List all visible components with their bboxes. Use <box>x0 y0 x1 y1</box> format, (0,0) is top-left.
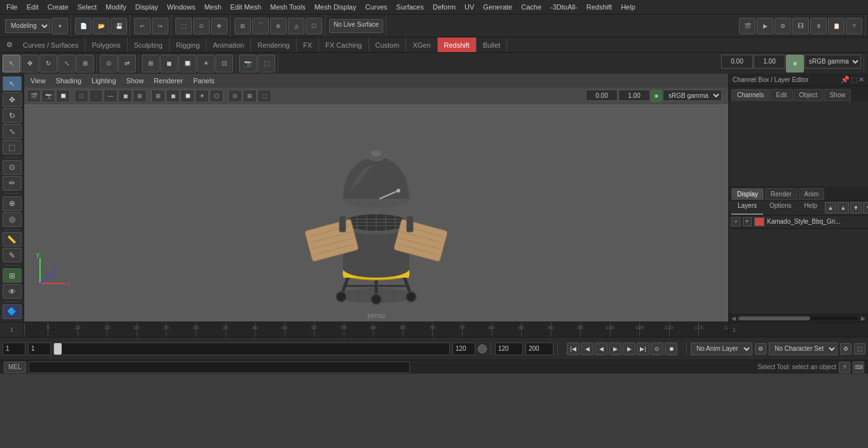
transport-record-btn[interactable]: ⏺ <box>665 343 677 355</box>
render-settings-btn[interactable]: ⚙ <box>775 18 791 34</box>
transport-stepback-btn[interactable]: ◀ <box>581 343 593 355</box>
viewport-view-menu[interactable]: View <box>28 76 48 85</box>
vp-cam3-btn[interactable]: 🔲 <box>56 90 70 102</box>
vp-wire-btn[interactable]: ⊞ <box>151 90 165 102</box>
menu-3dtoall[interactable]: -3DtoAll- <box>546 2 581 12</box>
mode-expand-btn[interactable]: ▾ <box>51 18 68 34</box>
panel-pin-btn[interactable]: 📌 <box>841 76 850 84</box>
render-log-btn[interactable]: 📋 <box>828 18 844 34</box>
vp-grid-btn[interactable]: ⊞ <box>243 90 257 102</box>
annotate-left-btn[interactable]: ✎ <box>3 248 22 262</box>
layer-arrow-up-btn[interactable]: ▲ <box>825 202 836 214</box>
scale-tool-left-btn[interactable]: ⤡ <box>3 124 22 139</box>
timeline-slider[interactable] <box>53 343 450 355</box>
menu-redshift[interactable]: Redshift <box>583 2 616 12</box>
range-end-field[interactable] <box>452 343 475 355</box>
fps-field[interactable] <box>526 343 553 355</box>
vp-uvsel-btn[interactable]: ⊞ <box>133 90 147 102</box>
layer-color-swatch[interactable] <box>754 217 764 226</box>
viewport-show-menu[interactable]: Show <box>124 76 147 85</box>
viewport[interactable]: View Shading Lighting Show Renderer Pane… <box>24 74 728 322</box>
vp-sel-obj-btn[interactable]: □ <box>74 90 88 102</box>
transport-start-btn[interactable]: |◀ <box>567 343 580 355</box>
vp-light-btn[interactable]: ☀ <box>195 90 209 102</box>
snap-surface-btn[interactable]: ⎔ <box>306 18 322 34</box>
scroll-thumb[interactable] <box>738 316 810 320</box>
menu-display[interactable]: Display <box>132 2 162 12</box>
tab-animation[interactable]: Animation <box>207 37 251 52</box>
vp-val2-field[interactable] <box>618 90 650 101</box>
panel-scrollbar[interactable]: ◀ ▶ <box>729 314 868 322</box>
xray-btn[interactable]: ⊡ <box>215 55 233 72</box>
anim-layer-select[interactable]: No Anim Layer <box>691 343 752 355</box>
coord-y-field[interactable] <box>754 55 785 69</box>
menu-uv[interactable]: UV <box>461 2 478 12</box>
menu-deform[interactable]: Deform <box>429 2 459 12</box>
mode-select[interactable]: Modeling <box>5 19 50 33</box>
vp-val1-field[interactable] <box>586 90 618 101</box>
select-tool-btn[interactable]: ⬚ <box>175 18 192 34</box>
obj-display-left-btn[interactable]: ⊞ <box>3 268 22 283</box>
select-tool-left-btn[interactable]: ↖ <box>3 76 22 91</box>
menu-create[interactable]: Create <box>44 2 72 12</box>
layer-arrow-down-btn[interactable]: ▲ <box>837 202 849 214</box>
render-help-btn[interactable]: ? <box>846 18 862 34</box>
menu-mesh[interactable]: Mesh <box>200 2 225 12</box>
command-input[interactable] <box>29 362 410 373</box>
vp-iso-btn[interactable]: ⊙ <box>228 90 242 102</box>
render-ipr-btn[interactable]: ▶ <box>757 18 773 34</box>
panel-anim-tab[interactable]: Anim <box>799 188 825 200</box>
panel-render-tab[interactable]: Render <box>765 188 797 200</box>
undo-btn[interactable]: ↩ <box>134 18 151 34</box>
current-frame-field[interactable] <box>28 343 51 355</box>
menu-edit[interactable]: Edit <box>23 2 43 12</box>
viewport-panels-menu[interactable]: Panels <box>191 76 217 85</box>
rotate-tool-left-btn[interactable]: ↻ <box>3 108 22 123</box>
vp-sel-edge-btn[interactable]: — <box>104 90 118 102</box>
scroll-track[interactable] <box>738 316 858 320</box>
vp-hud-btn[interactable]: ⬚ <box>257 90 271 102</box>
vp-cam-btn[interactable]: 🎬 <box>27 90 41 102</box>
status-keyboard-btn[interactable]: ⌨ <box>853 362 864 373</box>
snap-left-btn[interactable]: ⊕ <box>3 196 22 211</box>
shade-btn[interactable]: ◼ <box>160 55 178 72</box>
lasso-tool-left-btn[interactable]: ⊙ <box>3 160 22 175</box>
symmetry-btn[interactable]: ⇌ <box>118 55 136 72</box>
panel-tab-object[interactable]: Object <box>794 89 824 101</box>
tabs-gear-icon[interactable]: ⚙ <box>3 41 17 49</box>
panel-float-btn[interactable]: ⬚ <box>851 76 857 84</box>
transform-tool-left-btn[interactable]: ⬚ <box>3 140 22 154</box>
panel-tab-channels[interactable]: Channels <box>731 89 770 101</box>
scroll-left-arrow[interactable]: ◀ <box>730 315 737 322</box>
move-tool-left-btn[interactable]: ✥ <box>3 92 22 107</box>
transport-fwd-btn[interactable]: ▶ <box>623 343 635 355</box>
panel-tab-edit[interactable]: Edit <box>770 89 792 101</box>
vp-color-btn[interactable]: ■ <box>651 90 662 102</box>
color-swatch[interactable]: ■ <box>786 55 804 72</box>
scale-mode-btn[interactable]: ⤡ <box>58 55 76 72</box>
transport-stepfwd-btn[interactable]: ▶| <box>637 343 649 355</box>
viewport-lighting-menu[interactable]: Lighting <box>89 76 119 85</box>
viewport-renderer-menu[interactable]: Renderer <box>151 76 186 85</box>
light-btn[interactable]: ☀ <box>197 55 215 72</box>
snap-grid-btn[interactable]: ⊞ <box>234 18 251 34</box>
anim-layer-settings-btn[interactable]: ⚙ <box>755 343 766 355</box>
save-file-btn[interactable]: 💾 <box>111 18 127 34</box>
tab-polygons[interactable]: Polygons <box>85 37 127 52</box>
move-mode-btn[interactable]: ✥ <box>21 55 39 72</box>
status-help-btn[interactable]: ? <box>839 362 850 373</box>
snap-point-btn[interactable]: ⊕ <box>270 18 287 34</box>
vp-colorspace-select[interactable]: sRGB gamma <box>663 90 722 101</box>
soft-select-btn[interactable]: ⊙ <box>100 55 118 72</box>
vp-sel-face-btn[interactable]: ◼ <box>118 90 132 102</box>
render-cam-btn[interactable]: 🎬 <box>739 18 756 34</box>
render-pause-btn[interactable]: ⏸ <box>810 18 827 34</box>
panel-display-tab[interactable]: Display <box>731 188 764 200</box>
char-set-settings-btn[interactable]: ⚙ <box>840 343 851 355</box>
panel-options-subtab[interactable]: Options <box>763 201 797 215</box>
range-start-field[interactable] <box>3 343 25 355</box>
vp-xray-btn[interactable]: ⬡ <box>210 90 224 102</box>
tab-rigging[interactable]: Rigging <box>170 37 207 52</box>
vp-cam2-btn[interactable]: 📷 <box>41 90 55 102</box>
vp-shade-btn[interactable]: ◼ <box>166 90 180 102</box>
